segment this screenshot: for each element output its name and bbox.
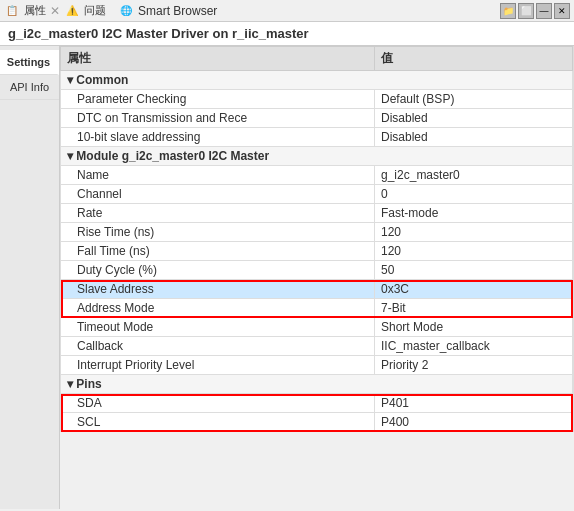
table-row-scl[interactable]: SCL P400 (61, 413, 573, 432)
tab-issues-label[interactable]: 问题 (84, 3, 106, 18)
property-label: Channel (61, 185, 375, 204)
property-value: 120 (375, 242, 573, 261)
table-row-address-mode[interactable]: Address Mode 7-Bit (61, 299, 573, 318)
property-value: Default (BSP) (375, 90, 573, 109)
table-row-duty-cycle[interactable]: Duty Cycle (%) 50 (61, 261, 573, 280)
property-label: Slave Address (61, 280, 375, 299)
title-bar: 📋 属性 ✕ ⚠️ 问题 🌐 Smart Browser 📁 ⬜ — ✕ (0, 0, 574, 22)
table-row-interrupt[interactable]: Interrupt Priority Level Priority 2 (61, 356, 573, 375)
property-label: Timeout Mode (61, 318, 375, 337)
property-value: IIC_master_callback (375, 337, 573, 356)
property-value: 7-Bit (375, 299, 573, 318)
property-label: Address Mode (61, 299, 375, 318)
minimize-btn[interactable]: — (536, 3, 552, 19)
property-label: Callback (61, 337, 375, 356)
property-label: Rise Time (ns) (61, 223, 375, 242)
property-label: DTC on Transmission and Rece (61, 109, 375, 128)
table-row-rate[interactable]: Rate Fast-mode (61, 204, 573, 223)
properties-table-area: 属性 值 ▾ Common Parameter Checking Default… (60, 46, 574, 432)
tab-issues[interactable]: ⚠️ (64, 3, 80, 19)
table-row-callback[interactable]: Callback IIC_master_callback (61, 337, 573, 356)
property-label: 10-bit slave addressing (61, 128, 375, 147)
property-value: Short Mode (375, 318, 573, 337)
property-value: Disabled (375, 109, 573, 128)
property-value: 0x3C (375, 280, 573, 299)
group-module: ▾ Module g_i2c_master0 I2C Master (61, 147, 573, 166)
property-value: 0 (375, 185, 573, 204)
property-label: Interrupt Priority Level (61, 356, 375, 375)
properties-table: 属性 值 ▾ Common Parameter Checking Default… (60, 46, 573, 432)
property-label: Fall Time (ns) (61, 242, 375, 261)
property-value: 50 (375, 261, 573, 280)
table-row[interactable]: Parameter Checking Default (BSP) (61, 90, 573, 109)
property-value: Fast-mode (375, 204, 573, 223)
table-row[interactable]: DTC on Transmission and Rece Disabled (61, 109, 573, 128)
property-label: Rate (61, 204, 375, 223)
table-row-slave-address[interactable]: Slave Address 0x3C (61, 280, 573, 299)
table-row-fall-time[interactable]: Fall Time (ns) 120 (61, 242, 573, 261)
close-btn[interactable]: ✕ (554, 3, 570, 19)
property-value: Disabled (375, 128, 573, 147)
property-value: g_i2c_master0 (375, 166, 573, 185)
window-btn-1[interactable]: ⬜ (518, 3, 534, 19)
table-row-name[interactable]: Name g_i2c_master0 (61, 166, 573, 185)
property-value: 120 (375, 223, 573, 242)
table-row-timeout[interactable]: Timeout Mode Short Mode (61, 318, 573, 337)
content-area: 属性 值 ▾ Common Parameter Checking Default… (60, 46, 574, 509)
property-label: Duty Cycle (%) (61, 261, 375, 280)
col-header-value: 值 (375, 47, 573, 71)
sidebar-item-api-info[interactable]: API Info (0, 75, 59, 100)
tab-properties[interactable]: 📋 (4, 3, 20, 19)
tab-separator: ✕ (50, 4, 60, 18)
property-label: Name (61, 166, 375, 185)
property-value: Priority 2 (375, 356, 573, 375)
page-title: g_i2c_master0 I2C Master Driver on r_iic… (0, 22, 574, 46)
table-row[interactable]: 10-bit slave addressing Disabled (61, 128, 573, 147)
group-pins: ▾ Pins (61, 375, 573, 394)
property-label: Parameter Checking (61, 90, 375, 109)
table-row-channel[interactable]: Channel 0 (61, 185, 573, 204)
sidebar-item-settings[interactable]: Settings (0, 50, 59, 75)
property-value: P401 (375, 394, 573, 413)
tab-properties-label[interactable]: 属性 (24, 3, 46, 18)
property-label: SDA (61, 394, 375, 413)
app-title: Smart Browser (138, 4, 217, 18)
folder-icon-btn[interactable]: 📁 (500, 3, 516, 19)
group-common: ▾ Common (61, 71, 573, 90)
sidebar: Settings API Info (0, 46, 60, 509)
table-row-rise-time[interactable]: Rise Time (ns) 120 (61, 223, 573, 242)
table-row-sda[interactable]: SDA P401 (61, 394, 573, 413)
smart-browser-icon: 🌐 (118, 3, 134, 19)
col-header-property: 属性 (61, 47, 375, 71)
property-label: SCL (61, 413, 375, 432)
property-value: P400 (375, 413, 573, 432)
